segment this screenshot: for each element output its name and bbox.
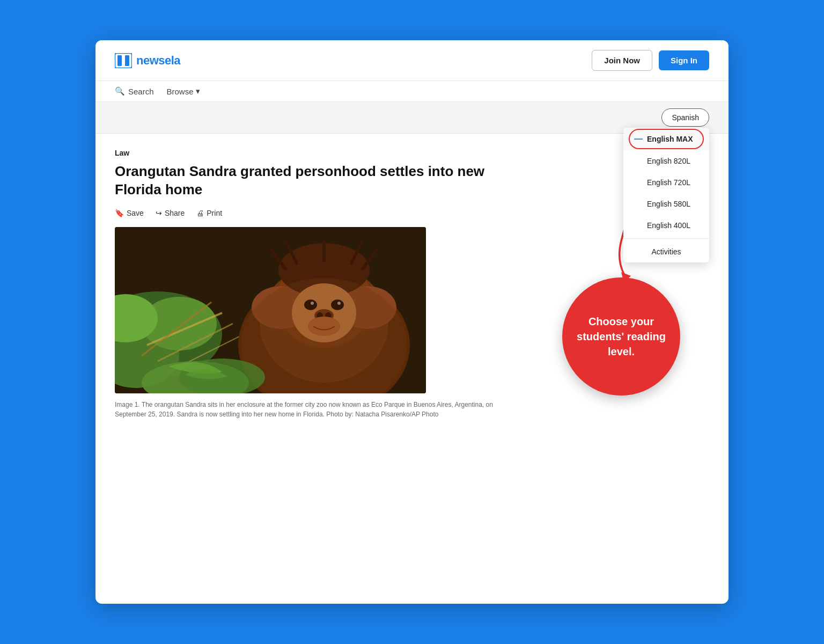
image-caption: Image 1. The orangutan Sandra sits in he… [115,400,516,419]
article-category: Law [115,149,516,157]
search-label: Search [128,87,154,96]
search-nav-item[interactable]: 🔍 Search [115,86,154,96]
article-image [115,227,426,393]
print-button[interactable]: 🖨 Print [196,209,222,217]
logo-text: newsela [136,54,180,68]
search-icon: 🔍 [115,86,125,96]
svg-rect-2 [125,55,129,66]
join-now-button[interactable]: Join Now [592,50,652,71]
save-label: Save [127,209,144,217]
print-icon: 🖨 [196,209,204,217]
english-820l-label: English 820L [647,157,690,165]
header-buttons: Join Now Sign In [592,50,709,71]
dropdown-item-english-400l[interactable]: English 400L [623,215,709,236]
sign-in-button[interactable]: Sign In [659,50,709,70]
bookmark-icon: 🔖 [115,209,124,217]
browse-label: Browse [167,87,194,96]
header: newsela Join Now Sign In [95,40,729,81]
dropdown-item-english-820l[interactable]: English 820L [623,150,709,172]
reading-level-callout: Choose your students' reading level. [562,277,680,396]
share-button[interactable]: ↪ Share [156,209,185,217]
dropdown-item-english-max[interactable]: — English MAX [623,128,709,150]
print-label: Print [207,209,222,217]
language-bar: Spanish — English MAX English 820L Engli… [95,102,729,134]
english-580l-label: English 580L [647,200,690,208]
article-actions: 🔖 Save ↪ Share 🖨 Print [115,209,516,217]
share-icon: ↪ [156,209,162,217]
dropdown-item-english-580l[interactable]: English 580L [623,193,709,215]
article-section: Law Orangutan Sandra granted personhood … [95,134,535,438]
browser-window: newsela Join Now Sign In 🔍 Search Browse… [95,40,729,604]
svg-rect-0 [115,53,132,68]
share-label: Share [165,209,185,217]
dropdown-item-english-720l[interactable]: English 720L [623,172,709,193]
english-400l-label: English 400L [647,221,690,230]
orangutan-svg [115,227,426,393]
save-button[interactable]: 🔖 Save [115,209,144,217]
logo-area: newsela [115,53,180,68]
english-max-label: English MAX [647,135,693,143]
english-720l-label: English 720L [647,178,690,187]
chevron-down-icon: ▾ [196,86,200,96]
navbar: 🔍 Search Browse ▾ [95,81,729,102]
check-icon: — [634,134,643,144]
dropdown-activities-item[interactable]: Activities [623,241,709,262]
callout-text: Choose your students' reading level. [573,314,670,359]
browse-nav-item[interactable]: Browse ▾ [167,86,200,96]
reading-level-dropdown: — English MAX English 820L English 720L … [623,128,709,262]
newsela-logo-icon [115,53,132,68]
spanish-language-button[interactable]: Spanish [661,108,709,127]
dropdown-divider [623,238,709,239]
svg-rect-1 [117,55,122,66]
article-title: Orangutan Sandra granted personhood sett… [115,163,516,199]
